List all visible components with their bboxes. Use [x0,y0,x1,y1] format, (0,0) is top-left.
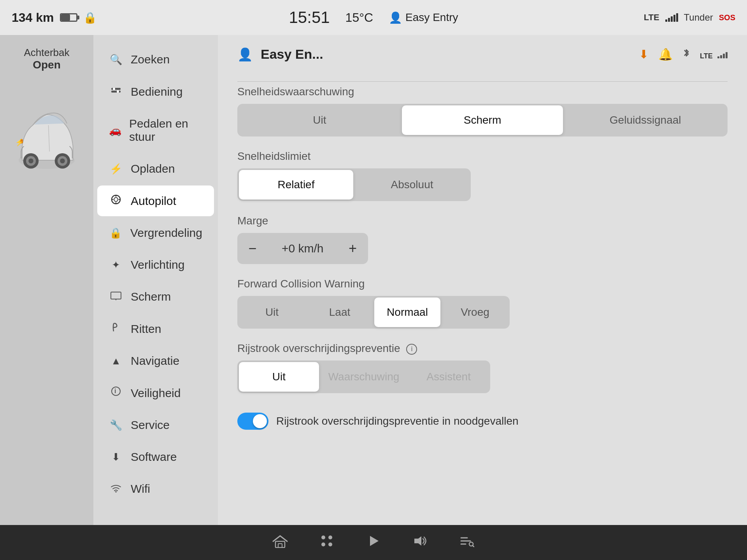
safety-icon: i [109,386,123,400]
trunk-label: Achterbak [24,47,69,58]
sidebar-label-service: Service [131,418,170,432]
lock-icon: 🔒 [83,11,97,24]
signal-bars [665,13,678,22]
marge-control: − +0 km/h + [237,233,368,264]
sidebar-item-software[interactable]: ⬇ Software [97,442,214,472]
speed-limit-relatief[interactable]: Relatief [239,170,353,200]
charging-icon: ⚡ [109,163,123,175]
profile-display-name: Easy En... [261,47,631,62]
sidebar-label-vergrendeling: Vergrendeling [130,226,202,240]
sidebar-item-veiligheid[interactable]: i Veiligheid [97,378,214,408]
lock-nav-icon: 🔒 [109,227,123,239]
software-icon: ⬇ [109,451,123,463]
sidebar-label-autopilot: Autopilot [131,194,176,208]
speed-limit-label: Snelheidslimiet [237,150,728,163]
svg-point-12 [113,88,115,90]
marge-minus-button[interactable]: − [239,234,266,262]
sidebar-item-bediening[interactable]: Bediening [97,76,214,107]
taskbar-apps[interactable] [315,531,338,554]
taskbar-volume[interactable] [409,531,432,554]
display-icon [109,291,123,303]
sidebar-item-navigatie[interactable]: ▲ Navigatie [97,346,214,376]
sidebar-label-verlichting: Verlichting [131,258,184,271]
taskbar-home[interactable] [268,531,292,554]
sidebar: 🔍 Zoeken Bediening 🚗 Pedalen en stuur ⚡ … [93,35,218,525]
settings-panel: 👤 Easy En... ⬇ 🔔 LTE [218,35,747,525]
sidebar-item-autopilot[interactable]: Autopilot [97,186,214,216]
lane-assistent[interactable]: Assistent [409,362,489,392]
collision-laat[interactable]: Laat [307,298,373,327]
profile-header: 👤 Easy En... ⬇ 🔔 LTE [237,47,728,70]
sidebar-item-pedalen[interactable]: 🚗 Pedalen en stuur [97,108,214,152]
divider-1 [237,81,728,82]
svg-marker-32 [370,536,379,546]
sidebar-item-verlichting[interactable]: ✦ Verlichting [97,250,214,280]
taskbar [0,525,747,560]
svg-point-29 [328,536,332,539]
home-icon [272,534,288,551]
vehicle-panel: Achterbak Open [0,35,93,525]
notifications-icon[interactable]: 🔔 [658,47,673,61]
signal-header-icon: LTE [700,48,728,61]
apps-icon [319,534,334,551]
sidebar-item-wifi[interactable]: Wifi [97,474,214,504]
battery-icon [60,13,77,22]
sidebar-label-ritten: Ritten [131,322,161,336]
svg-point-30 [321,542,325,546]
speed-limit-absoluut[interactable]: Absoluut [355,170,469,200]
navigation-icon: ▲ [109,355,123,367]
sidebar-item-opladen[interactable]: ⚡ Opladen [97,154,214,184]
carrier-name: Tunder [684,12,713,23]
lane-uit[interactable]: Uit [239,362,319,392]
lane-prevention-group: Uit Waarschuwing Assistent [237,360,490,393]
collision-vroeg[interactable]: Vroeg [442,298,508,327]
sidebar-label-pedalen: Pedalen en stuur [129,117,202,144]
media-icon [366,534,381,551]
collision-normaal[interactable]: Normaal [374,298,440,327]
sidebar-item-vergrendeling[interactable]: 🔒 Vergrendeling [97,218,214,248]
speed-warning-uit[interactable]: Uit [239,105,400,135]
taskbar-media[interactable] [362,531,385,554]
sidebar-item-service[interactable]: 🔧 Service [97,410,214,440]
profile-status[interactable]: 👤 Easy Entry [389,11,458,24]
sidebar-label-navigatie: Navigatie [131,354,179,368]
lane-emergency-toggle[interactable] [237,413,268,430]
trips-icon [109,322,123,336]
marge-label: Marge [237,215,728,227]
trunk-status: Open [33,59,61,71]
profile-name-status: Easy Entry [405,11,458,24]
svg-point-7 [28,159,33,164]
speed-warning-group: Uit Scherm Geluidssignaal [237,104,728,136]
sidebar-label-veiligheid: Veiligheid [131,387,181,400]
sidebar-label-bediening: Bediening [131,85,182,98]
status-right: LTE Tunder SOS [554,12,735,23]
sidebar-label-opladen: Opladen [131,162,175,175]
lane-info-icon[interactable]: i [406,344,417,355]
lane-prevention-section: Rijstrook overschrijdingspreventie i Uit… [237,342,728,393]
extra-icon [459,535,474,550]
speed-warning-scherm[interactable]: Scherm [402,105,563,135]
lane-waarschuwing[interactable]: Waarschuwing [321,362,407,392]
svg-point-13 [117,91,119,93]
svg-point-15 [114,198,118,201]
sidebar-item-scherm[interactable]: Scherm [97,282,214,312]
svg-rect-11 [111,91,121,93]
lane-prevention-label: Rijstrook overschrijdingspreventie i [237,342,728,355]
sidebar-item-ritten[interactable]: Ritten [97,313,214,344]
svg-line-35 [473,546,474,547]
taskbar-extra[interactable] [455,531,479,554]
marge-plus-button[interactable]: + [339,234,366,262]
profile-icon: 👤 [389,11,402,24]
speed-warning-geluid[interactable]: Geluidssignaal [565,105,726,135]
bluetooth-icon[interactable] [682,47,690,61]
svg-text:⚡: ⚡ [15,138,24,147]
lane-emergency-label: Rijstrook overschrijdingspreventie in no… [276,415,519,427]
vehicle-status: Achterbak Open [24,47,69,79]
range-display: 134 km [12,10,54,25]
car-icon: 🚗 [109,124,121,136]
sidebar-item-zoeken[interactable]: 🔍 Zoeken [97,44,214,75]
collision-warning-group: Uit Laat Normaal Vroeg [237,296,510,329]
collision-uit[interactable]: Uit [239,298,305,327]
profile-avatar-icon: 👤 [237,47,253,62]
update-download-icon[interactable]: ⬇ [639,47,649,61]
